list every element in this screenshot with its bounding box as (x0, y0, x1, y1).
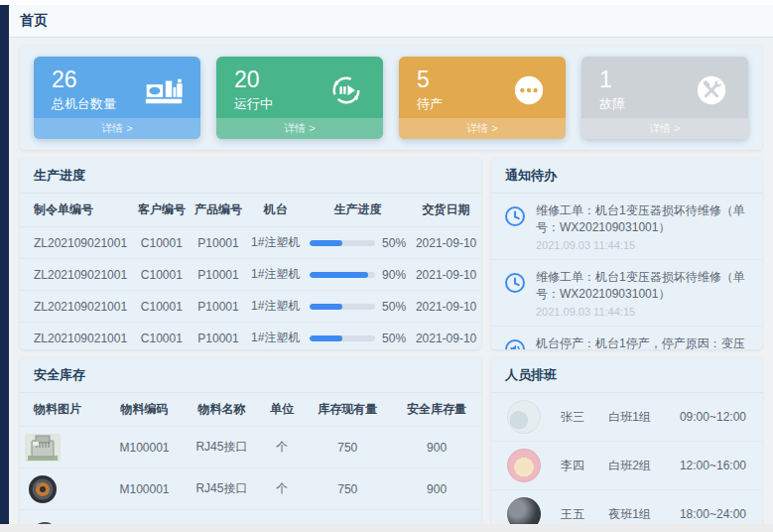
notification-text: 机台停产：机台1停产，停产原因：变压器损坏 (536, 335, 750, 349)
table-row: ZL202109021001 C10001 P10001 1#注塑机 50% 2… (20, 323, 481, 350)
running-detail-link[interactable]: 详情 > (216, 118, 383, 139)
tab-home[interactable]: 首页 (20, 12, 48, 30)
notifications-panel: 通知待办 维修工单：机台1变压器损坏待维修（单号：WX202109031001）… (491, 158, 762, 349)
ellipsis-icon (508, 72, 550, 108)
col-material-image: 物料图片 (20, 393, 106, 427)
notifications-title: 通知待办 (491, 158, 762, 194)
table-row: M100001 RJ45接口 个 750 900 (20, 510, 481, 525)
table-row: M100001 RJ45接口 个 750 900 (20, 427, 481, 468)
speaker-icon (503, 337, 527, 349)
avatar (507, 400, 541, 434)
safety-stock-table: 物料图片 物料编码 物料名称 单位 库存现有量 安全库存量 (20, 393, 481, 524)
table-header-row: 物料图片 物料编码 物料名称 单位 库存现有量 安全库存量 (20, 393, 481, 427)
fault-label: 故障 (599, 95, 625, 113)
worker-time: 18:00~24:00 (680, 507, 746, 521)
schedule-row: 张三 白班1组 09:00~12:00 (491, 393, 762, 442)
col-order-no: 制令单编号 (20, 194, 133, 227)
fault-value: 1 (599, 67, 625, 92)
table-row: ZL202109021001 C10001 P10001 1#注塑机 50% 2… (20, 227, 481, 259)
table-row: M100001 RJ45接口 个 750 900 (20, 468, 481, 510)
dashboard-content: 26 总机台数量 (9, 38, 773, 524)
worker-shift: 白班2组 (608, 458, 680, 474)
worker-name: 王五 (561, 506, 608, 523)
personnel-schedule-panel: 人员排班 张三 白班1组 09:00~12:00 李四 白班2组 12:00~1… (491, 357, 762, 524)
col-unit: 单位 (261, 393, 303, 427)
production-progress-panel: 生产进度 制令单编号 客户编号 产品编号 机台 生产进度 交货日期 (20, 158, 481, 349)
cone-speaker-photo (24, 515, 62, 524)
stat-card-waiting[interactable]: 5 待产 详情 > (399, 57, 566, 139)
running-value: 20 (234, 67, 273, 92)
progress-bar: 50% (309, 332, 407, 345)
schedule-row: 王五 夜班1组 18:00~24:00 (491, 490, 762, 524)
table-header-row: 制令单编号 客户编号 产品编号 机台 生产进度 交货日期 (20, 194, 481, 227)
progress-bar: 90% (309, 268, 407, 282)
worker-shift: 夜班1组 (608, 506, 680, 523)
tools-icon (691, 72, 732, 108)
total-machines-detail-link[interactable]: 详情 > (34, 118, 200, 139)
safety-stock-panel: 安全库存 物料图片 物料编码 物料名称 单位 库存现有量 安全库存量 (20, 357, 481, 524)
avatar (507, 497, 541, 524)
notification-text: 维修工单：机台1变压器损坏待维修（单号：WX202109031001） (536, 269, 750, 304)
notification-item[interactable]: 机台停产：机台1停产，停产原因：变压器损坏 2021.09.03 11:44:1… (491, 327, 762, 349)
safety-stock-title: 安全库存 (20, 357, 481, 393)
schedule-row: 李四 白班2组 12:00~16:00 (491, 442, 762, 490)
worker-time: 09:00~12:00 (680, 410, 746, 424)
worker-name: 李四 (561, 458, 608, 474)
machine-icon (143, 72, 185, 108)
col-safety-qty: 安全库存量 (392, 393, 481, 427)
col-customer-no: 客户编号 (133, 194, 190, 227)
worker-name: 张三 (561, 409, 608, 426)
notification-text: 维修工单：机台1变压器损坏待维修（单号：WX202109031001） (536, 202, 750, 237)
progress-bar: 50% (309, 236, 407, 250)
production-progress-title: 生产进度 (20, 158, 481, 194)
waiting-detail-link[interactable]: 详情 > (399, 118, 566, 139)
waiting-value: 5 (417, 67, 443, 92)
col-machine: 机台 (247, 194, 306, 227)
col-product-no: 产品编号 (190, 194, 246, 227)
worker-time: 12:00~16:00 (680, 459, 746, 472)
col-material-code: 物料编码 (106, 393, 183, 427)
col-on-hand: 库存现有量 (303, 393, 392, 427)
rj45-port-photo (24, 432, 62, 464)
window-bottom-edge (0, 524, 773, 532)
waiting-label: 待产 (417, 95, 443, 113)
notification-time: 2021.09.03 11:44:15 (536, 306, 750, 318)
notification-item[interactable]: 维修工单：机台1变压器损坏待维修（单号：WX202109031001） 2021… (491, 260, 762, 327)
col-delivery-date: 交货日期 (411, 194, 481, 227)
clock-icon (503, 271, 527, 295)
avatar (507, 449, 541, 482)
table-row: ZL202109021001 C10001 P10001 1#注塑机 50% 2… (20, 291, 481, 323)
progress-bar: 50% (309, 300, 407, 314)
stat-card-total-machines[interactable]: 26 总机台数量 (34, 57, 200, 139)
notification-item[interactable]: 维修工单：机台1变压器损坏待维修（单号：WX202109031001） 2021… (491, 194, 762, 260)
sidebar-edge (0, 5, 9, 524)
notification-time: 2021.09.03 11:44:15 (536, 239, 750, 251)
personnel-schedule-title: 人员排班 (491, 357, 762, 393)
main-window: 首页 26 总机台数量 (9, 5, 773, 524)
stat-card-fault[interactable]: 1 故障 (581, 57, 748, 139)
col-progress: 生产进度 (305, 194, 411, 227)
stat-card-running[interactable]: 20 运行中 详情 > (216, 57, 383, 139)
tab-bar: 首页 (9, 5, 773, 38)
col-material-name: 物料名称 (183, 393, 261, 427)
worker-shift: 白班1组 (608, 409, 680, 426)
round-speaker-photo (24, 473, 62, 505)
table-row: ZL202109021001 C10001 P10001 1#注塑机 90% 2… (20, 259, 481, 291)
running-label: 运行中 (234, 95, 273, 113)
cycle-run-icon (325, 72, 367, 108)
production-progress-table: 制令单编号 客户编号 产品编号 机台 生产进度 交货日期 ZL202109021… (20, 194, 481, 349)
fault-detail-link[interactable]: 详情 > (581, 118, 748, 139)
total-machines-label: 总机台数量 (52, 95, 116, 113)
stat-cards-panel: 26 总机台数量 (20, 46, 762, 150)
total-machines-value: 26 (52, 67, 116, 92)
clock-icon (503, 204, 527, 228)
